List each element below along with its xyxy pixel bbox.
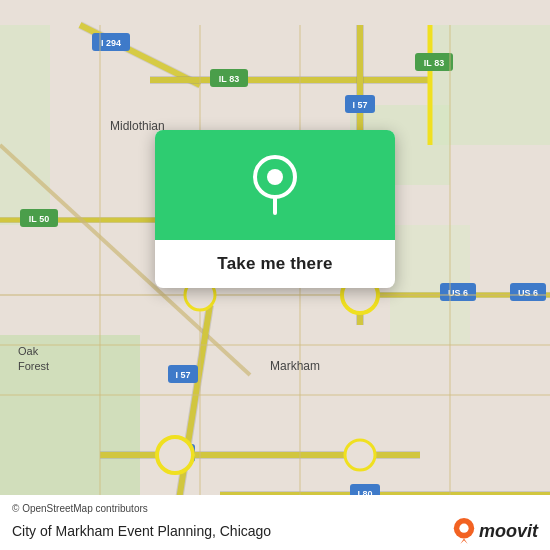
place-name: City of Markham Event Planning, Chicago [12, 523, 271, 539]
popup-button-area: Take me there [155, 240, 395, 288]
svg-text:Markham: Markham [270, 359, 320, 373]
svg-point-62 [267, 169, 283, 185]
bottom-bar: © OpenStreetMap contributors City of Mar… [0, 495, 550, 550]
svg-rect-2 [0, 25, 50, 225]
location-pin-icon [250, 155, 300, 215]
svg-text:I 57: I 57 [352, 100, 367, 110]
svg-text:IL 83: IL 83 [219, 74, 239, 84]
svg-point-56 [345, 440, 375, 470]
svg-rect-5 [430, 25, 550, 145]
svg-point-55 [157, 437, 193, 473]
svg-text:IL 83: IL 83 [424, 58, 444, 68]
svg-text:US 6: US 6 [518, 288, 538, 298]
take-me-there-button[interactable]: Take me there [217, 254, 332, 274]
svg-text:Oak: Oak [18, 345, 39, 357]
moovit-pin-icon [453, 518, 475, 544]
svg-point-64 [459, 524, 468, 533]
popup-card: Take me there [155, 130, 395, 288]
svg-text:I 57: I 57 [175, 370, 190, 380]
svg-text:Midlothian: Midlothian [110, 119, 165, 133]
svg-text:Forest: Forest [18, 360, 49, 372]
popup-green-header [155, 130, 395, 240]
moovit-text: moovit [479, 521, 538, 542]
svg-text:I 294: I 294 [101, 38, 121, 48]
attribution-text: © OpenStreetMap contributors [12, 503, 538, 514]
moovit-logo: moovit [453, 518, 538, 544]
map-container: I 294 IL 83 I 57 IL 83 IL 50 I 57 I 50 [0, 0, 550, 550]
svg-rect-1 [0, 335, 140, 495]
bottom-info: City of Markham Event Planning, Chicago … [12, 518, 538, 544]
svg-text:IL 50: IL 50 [29, 214, 49, 224]
